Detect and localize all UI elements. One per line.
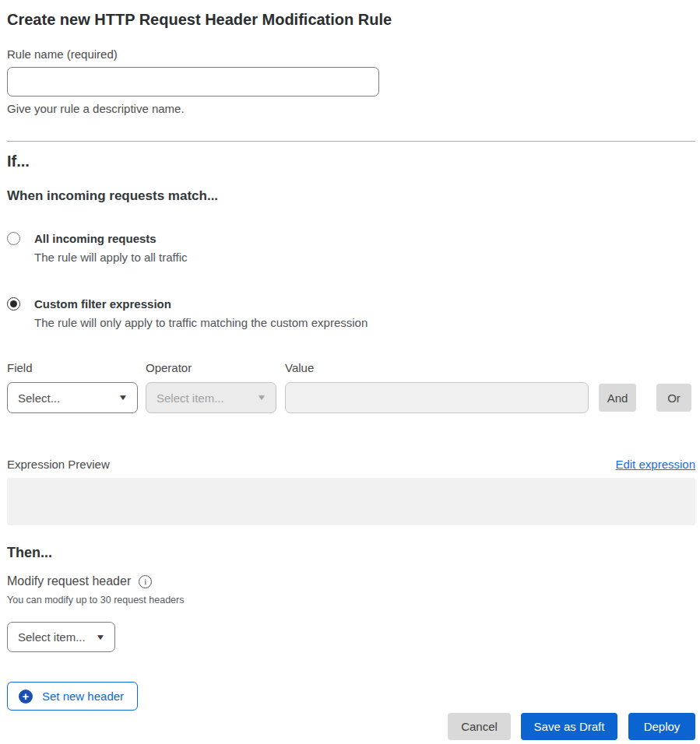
and-button[interactable]: And: [599, 384, 636, 412]
if-heading: If...: [7, 152, 695, 170]
radio-custom-label: Custom filter expression: [34, 297, 368, 311]
radio-custom-filter-expression[interactable]: Custom filter expression The rule will o…: [7, 297, 695, 330]
section-divider: [7, 141, 695, 142]
field-select-value: Select...: [18, 391, 60, 405]
set-new-header-label: Set new header: [42, 690, 124, 703]
or-button[interactable]: Or: [656, 384, 691, 412]
modify-header-action-line: Modify request header i: [7, 574, 695, 588]
radio-custom-description: The rule will only apply to traffic matc…: [34, 315, 368, 330]
header-item-select[interactable]: Select item... ▼: [7, 622, 115, 652]
field-select[interactable]: Select... ▼: [7, 382, 138, 413]
expression-preview-header: Expression Preview Edit expression: [7, 458, 695, 471]
create-rule-page: Create new HTTP Request Header Modificat…: [0, 0, 700, 744]
deploy-button[interactable]: Deploy: [628, 713, 695, 740]
match-subheading: When incoming requests match...: [7, 188, 695, 204]
header-item-select-value: Select item...: [18, 630, 86, 644]
request-match-radio-group: All incoming requests The rule will appl…: [7, 231, 695, 330]
operator-select-value: Select item...: [157, 391, 224, 405]
cancel-button[interactable]: Cancel: [448, 713, 511, 740]
value-input[interactable]: [285, 382, 589, 413]
operator-select[interactable]: Select item... ▼: [146, 382, 276, 413]
expression-preview-label: Expression Preview: [7, 458, 110, 471]
radio-circle-icon[interactable]: [7, 232, 20, 245]
info-icon[interactable]: i: [139, 575, 152, 588]
radio-all-label: All incoming requests: [34, 231, 187, 246]
rule-name-helper: Give your rule a descriptive name.: [7, 102, 695, 115]
plus-icon: +: [19, 690, 33, 704]
footer-actions: Cancel Save as Draft Deploy: [7, 713, 695, 740]
modify-header-helper: You can modify up to 30 request headers: [7, 595, 695, 605]
page-title: Create new HTTP Request Header Modificat…: [7, 9, 695, 30]
value-label: Value: [285, 361, 589, 375]
radio-circle-icon[interactable]: [7, 297, 20, 311]
radio-all-description: The rule will apply to all traffic: [34, 250, 187, 265]
expression-builder-row: Field Select... ▼ Operator Select item..…: [7, 361, 695, 413]
edit-expression-link[interactable]: Edit expression: [615, 458, 695, 471]
chevron-down-icon: ▼: [118, 394, 128, 402]
set-new-header-button[interactable]: + Set new header: [7, 682, 138, 711]
modify-request-header-label: Modify request header: [7, 574, 131, 588]
expression-preview-box: [7, 478, 695, 525]
chevron-down-icon: ▼: [256, 394, 266, 402]
field-label: Field: [7, 361, 138, 375]
rule-name-label: Rule name (required): [7, 47, 695, 61]
rule-name-input[interactable]: [7, 67, 379, 97]
save-as-draft-button[interactable]: Save as Draft: [521, 713, 617, 740]
radio-all-incoming-requests[interactable]: All incoming requests The rule will appl…: [7, 231, 695, 265]
then-heading: Then...: [7, 544, 695, 561]
operator-label: Operator: [146, 361, 276, 375]
chevron-down-icon: ▼: [95, 633, 105, 641]
